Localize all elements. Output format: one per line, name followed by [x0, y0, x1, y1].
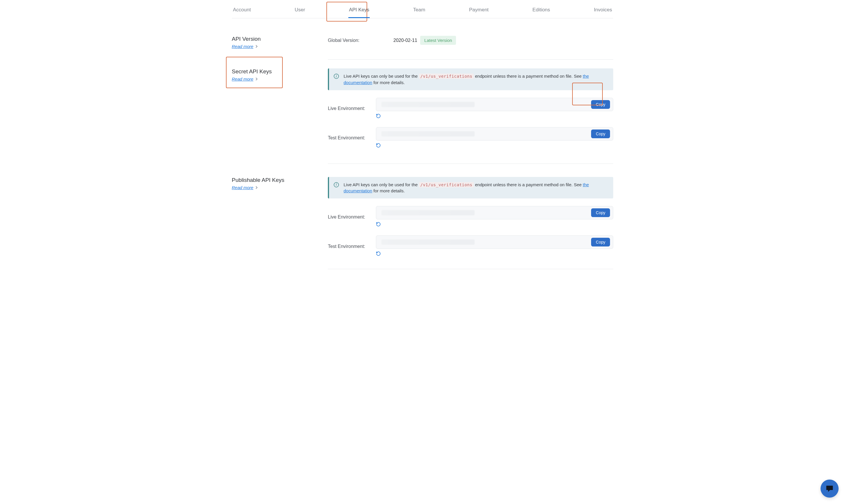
refresh-icon[interactable]	[376, 113, 381, 119]
copy-live-publishable-button[interactable]: Copy	[591, 208, 610, 217]
info-text: Live API keys can only be used for the /…	[344, 73, 608, 86]
chat-bubble-icon	[825, 484, 834, 493]
live-publishable-key-field[interactable]: Copy	[376, 206, 613, 219]
secret-keys-info-callout: i Live API keys can only be used for the…	[328, 68, 613, 90]
refresh-icon[interactable]	[376, 143, 381, 148]
redacted-key	[382, 210, 475, 215]
api-version-title: API Version	[232, 36, 328, 42]
read-more-label: Read more	[232, 185, 253, 190]
chevron-right-icon	[255, 78, 258, 80]
tab-team[interactable]: Team	[412, 5, 426, 18]
live-env-label: Live Environment:	[328, 214, 376, 220]
global-version-date: 2020-02-11	[393, 38, 417, 43]
tab-api-keys[interactable]: API Keys	[348, 5, 370, 18]
publishable-keys-read-more[interactable]: Read more	[232, 185, 257, 190]
copy-live-secret-button[interactable]: Copy	[591, 100, 610, 109]
live-env-label: Live Environment:	[328, 106, 376, 111]
publishable-keys-title: Publishable API Keys	[232, 177, 328, 183]
tab-editions[interactable]: Editions	[531, 5, 551, 18]
info-code: /v1/us_verifications	[419, 182, 474, 187]
latest-version-badge: Latest Version	[420, 36, 456, 45]
tab-invoices[interactable]: Invoices	[593, 5, 613, 18]
copy-test-publishable-button[interactable]: Copy	[591, 238, 610, 247]
info-icon: i	[334, 182, 339, 187]
redacted-key	[382, 239, 475, 245]
test-env-label: Test Environment:	[328, 244, 376, 249]
secret-keys-title: Secret API Keys	[232, 68, 328, 75]
read-more-label: Read more	[232, 44, 253, 49]
secret-keys-read-more[interactable]: Read more	[232, 76, 257, 82]
redacted-key	[382, 102, 475, 107]
tab-user[interactable]: User	[294, 5, 306, 18]
divider	[328, 59, 613, 60]
info-code: /v1/us_verifications	[419, 74, 474, 79]
test-publishable-key-field[interactable]: Copy	[376, 235, 613, 249]
global-version-label: Global Version:	[328, 38, 376, 43]
tab-payment[interactable]: Payment	[468, 5, 490, 18]
refresh-icon[interactable]	[376, 251, 381, 256]
publishable-keys-info-callout: i Live API keys can only be used for the…	[328, 177, 613, 199]
divider	[328, 269, 613, 269]
api-version-read-more[interactable]: Read more	[232, 44, 257, 49]
copy-test-secret-button[interactable]: Copy	[591, 129, 610, 138]
chevron-right-icon	[255, 186, 258, 189]
info-icon: i	[334, 74, 339, 79]
tab-account[interactable]: Account	[232, 5, 252, 18]
refresh-icon[interactable]	[376, 222, 381, 227]
read-more-label: Read more	[232, 76, 253, 82]
test-env-label: Test Environment:	[328, 135, 376, 141]
tabs-nav: Account User API Keys Team Payment Editi…	[232, 0, 613, 18]
chat-button[interactable]	[821, 480, 839, 498]
redacted-key	[382, 131, 475, 137]
test-secret-key-field[interactable]: Copy	[376, 127, 613, 141]
info-text: Live API keys can only be used for the /…	[344, 182, 608, 194]
chevron-right-icon	[255, 45, 258, 48]
live-secret-key-field[interactable]: Copy	[376, 98, 613, 111]
